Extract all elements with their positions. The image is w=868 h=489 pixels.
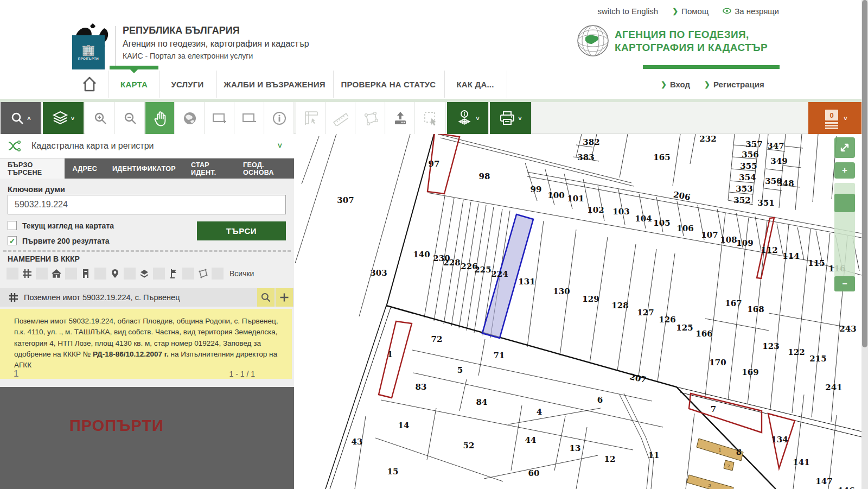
corner-ruler-icon — [303, 111, 318, 126]
cadastral-map[interactable]: 1233073039798991001011021031041051061071… — [294, 134, 861, 489]
filter-swatch[interactable] — [36, 268, 48, 280]
filter-swatch[interactable] — [212, 268, 224, 280]
parcel-number-label: 349 — [770, 156, 787, 166]
register-link[interactable]: ❯ Регистрация — [704, 69, 764, 99]
keywords-input[interactable] — [8, 195, 286, 214]
cart-button[interactable]: 0 ˅ — [808, 102, 861, 134]
feature-info-button[interactable]: ˅ — [446, 102, 489, 134]
flag-icon[interactable] — [168, 268, 180, 280]
building-icon[interactable] — [80, 268, 92, 280]
parcel-number-label: 122 — [788, 347, 805, 357]
measure-area-button[interactable] — [355, 102, 385, 134]
search-tool-button[interactable]: ˄ — [0, 102, 41, 134]
filter-swatch[interactable] — [7, 268, 18, 280]
zoom-in-icon — [93, 111, 107, 125]
checkbox-checked[interactable]: ✓ — [8, 236, 17, 245]
filter-swatch[interactable] — [182, 268, 194, 280]
search-submit-button[interactable]: ТЪРСИ — [197, 221, 286, 240]
parcel-grid-icon — [9, 293, 18, 302]
parcel-number-label: 347 — [767, 141, 784, 151]
map-zoom-in-button[interactable]: + — [834, 162, 855, 179]
upload-button[interactable] — [385, 102, 415, 134]
parcel-number-label: 11 — [648, 450, 660, 460]
nav-tab-zhalbi[interactable]: ЖАЛБИ И ВЪЗРАЖЕНИЯ — [216, 69, 333, 99]
add-result-button[interactable] — [276, 288, 293, 307]
accessibility-link[interactable]: За незрящи — [723, 7, 779, 16]
parcel-number-label: 100 — [547, 190, 564, 200]
filter-swatch[interactable] — [124, 268, 136, 280]
house-icon[interactable] — [50, 268, 62, 280]
zoom-slider-handle[interactable] — [834, 194, 855, 212]
layers-small-icon[interactable] — [138, 268, 150, 280]
checkbox-unchecked[interactable] — [8, 221, 17, 230]
filter-swatch[interactable] — [153, 268, 165, 280]
zoom-box-out-button[interactable] — [234, 102, 264, 134]
parcel-number-label: 169 — [742, 367, 758, 377]
tab-old-ident[interactable]: СТАР ИДЕНТ. — [183, 158, 235, 179]
polygon-outline-icon[interactable] — [197, 268, 209, 280]
pan-button[interactable] — [145, 102, 175, 134]
tab-quick-search[interactable]: БЪРЗО ТЪРСЕНЕ — [0, 158, 65, 179]
parcel-number-label: 83 — [416, 382, 427, 392]
switch-language-link[interactable]: switch to English — [597, 7, 658, 16]
rect-minus-icon — [242, 112, 257, 125]
layers-button[interactable]: ˅ — [42, 102, 84, 134]
pagination: 1 1 - 1 / 1 — [0, 364, 294, 387]
agency-title: Агенция по геодезия, картография и кадас… — [123, 39, 309, 49]
home-icon[interactable] — [80, 75, 99, 93]
scrollbar-thumb[interactable] — [862, 0, 867, 347]
zoom-to-result-button[interactable] — [257, 288, 275, 307]
nav-tab-uslugi[interactable]: УСЛУГИ — [159, 69, 216, 99]
parcel-boundary — [302, 136, 319, 184]
select-rect-icon — [423, 111, 438, 126]
parcel-boundary — [795, 134, 802, 210]
results-header: НАМЕРЕНИ В КККР — [8, 255, 80, 263]
help-link[interactable]: ❯ Помощ — [672, 7, 709, 16]
page-scrollbar[interactable] — [861, 0, 868, 489]
login-link[interactable]: ❯ Вход — [661, 69, 690, 99]
parcel-boundary — [690, 134, 695, 164]
overview-map-button[interactable] — [175, 102, 205, 134]
map-toolbar: ˄ ˅ — [0, 102, 868, 134]
parcel-number-label: 166 — [695, 329, 712, 339]
parcel-number-label: 141 — [793, 458, 809, 467]
measure-coords-button[interactable] — [296, 102, 326, 134]
parcel-grid-icon[interactable] — [21, 268, 33, 280]
select-region-button[interactable] — [415, 102, 446, 134]
zoom-in-button[interactable] — [85, 102, 115, 134]
parcel-number-label: 351 — [757, 198, 774, 208]
zoom-slider[interactable]: − — [834, 183, 855, 291]
current-view-checkbox-row[interactable]: Текущ изглед на картата — [8, 221, 114, 230]
filter-swatch[interactable] — [94, 268, 106, 280]
parcel-number-label: 72 — [431, 334, 443, 344]
tab-address[interactable]: АДРЕС — [65, 158, 105, 179]
parcel-number-label: 84 — [476, 397, 488, 407]
page-number-button[interactable]: 1 — [14, 369, 18, 379]
result-row[interactable]: Поземлен имот 59032.19.224, с. Първенец — [0, 288, 294, 307]
parcel-number-label: 128 — [611, 301, 628, 310]
zoom-out-button[interactable] — [115, 102, 145, 134]
page-range-label: 1 - 1 / 1 — [229, 370, 255, 378]
print-button[interactable]: ˅ — [489, 102, 532, 134]
first200-checkbox-row[interactable]: ✓ Първите 200 резултата — [8, 236, 110, 245]
nav-tab-kak-da[interactable]: КАК ДА... — [444, 69, 506, 99]
upload-icon — [393, 111, 408, 126]
info-tool-button[interactable] — [264, 102, 294, 134]
layer-select[interactable]: Кадастрална карта и регистри ˅ — [0, 134, 294, 158]
parcel-number-label: 129 — [582, 294, 599, 304]
highlighted-parcel — [379, 321, 412, 398]
highlighted-parcel — [689, 393, 762, 433]
tab-identifier[interactable]: ИДЕНТИФИКАТОР — [105, 158, 183, 179]
filter-swatch[interactable] — [65, 268, 77, 280]
parcel-number-label: 228 — [443, 258, 460, 268]
zoom-box-in-button[interactable] — [205, 102, 234, 134]
map-zoom-out-button[interactable]: − — [834, 276, 855, 291]
nav-tab-proverka[interactable]: ПРОВЕРКА НА СТАТУС — [333, 69, 444, 99]
parcel-number-label: 71 — [494, 351, 505, 360]
tab-geod-basis[interactable]: ГЕОД. ОСНОВА — [235, 158, 294, 179]
measure-distance-button[interactable] — [326, 102, 355, 134]
fullscreen-button[interactable] — [834, 137, 855, 158]
pin-icon[interactable] — [109, 268, 121, 280]
filters-all-label[interactable]: Всички — [229, 269, 254, 278]
map-canvas[interactable]: 1233073039798991001011021031041051061071… — [294, 134, 861, 489]
